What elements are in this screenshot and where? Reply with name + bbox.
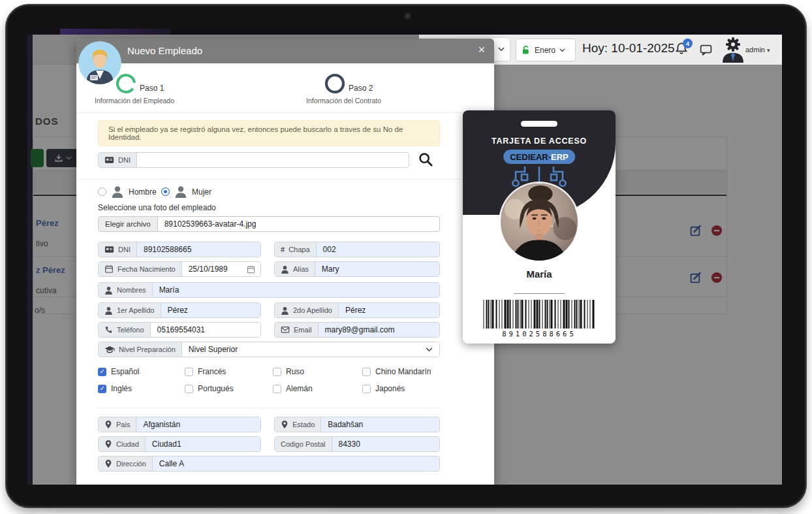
- brand-logo: CEDIEAR-ERP: [503, 150, 575, 164]
- dni-search-group: DNI: [98, 152, 409, 168]
- ciudad-input[interactable]: Ciudad1: [146, 437, 260, 451]
- graduation-cap-icon: [104, 345, 115, 353]
- step-2-circle: [324, 73, 345, 94]
- card-separator: [514, 293, 565, 294]
- month-filter-group: Enero: [516, 39, 576, 61]
- pais-input[interactable]: Afganistán: [136, 417, 260, 432]
- divider: [98, 408, 440, 408]
- file-input[interactable]: Elegir archivo 89102539663-avatar-4.jpg: [98, 216, 440, 232]
- step-1-caption: Información del Empleado: [95, 97, 174, 104]
- nombres-input[interactable]: María: [153, 283, 439, 297]
- phone-icon: [104, 326, 113, 334]
- field-direccion: Dirección Calle A: [98, 456, 440, 472]
- access-card: TARJETA DE ACCESO CEDIEAR-ERP: [463, 110, 616, 344]
- lang-aleman[interactable]: Alemán: [273, 384, 313, 393]
- field-telefono: Teléfono 05169554031: [98, 322, 261, 338]
- lang-japones[interactable]: Japonés: [362, 384, 405, 393]
- chevron-down-icon: [426, 347, 433, 352]
- male-person-icon: [111, 185, 124, 198]
- field-fecha-nacimiento: Fecha Nacimiento 25/10/1989: [98, 261, 261, 277]
- field-dni: DNI 89102588665: [98, 242, 261, 257]
- mail-icon: [281, 325, 290, 334]
- radio-female[interactable]: [161, 187, 170, 196]
- id-card-icon: [104, 155, 114, 165]
- step-2[interactable]: Paso 2: [324, 73, 373, 94]
- tablet-frame: DOS Pérez tivo z Pére: [5, 4, 807, 508]
- field-nivel-preparacion: Nivel Preparación Nivel Superior: [98, 342, 440, 357]
- step-1[interactable]: Paso 1: [116, 73, 164, 94]
- search-button[interactable]: [418, 152, 434, 168]
- access-card-title: TARJETA DE ACCESO: [463, 137, 616, 146]
- alias-input[interactable]: Mary: [315, 262, 439, 276]
- search-icon: [418, 152, 433, 167]
- notifications-button[interactable]: 4: [675, 42, 691, 57]
- close-icon[interactable]: ×: [478, 43, 485, 57]
- calendar-picker-icon[interactable]: [247, 265, 255, 274]
- codigo-postal-input[interactable]: 84330: [332, 437, 440, 451]
- field-chapa: #Chapa 002: [274, 242, 440, 257]
- person-icon: [104, 286, 113, 295]
- person-icon: [104, 306, 113, 315]
- field-email: Email mary89@gmail.com: [274, 322, 440, 338]
- employee-name: María: [463, 268, 616, 280]
- chapa-input[interactable]: 002: [317, 242, 439, 257]
- map-pin-icon: [104, 440, 112, 449]
- radio-male[interactable]: [98, 187, 106, 196]
- apellido1-input[interactable]: Pérez: [161, 303, 261, 317]
- dni-input[interactable]: 89102588665: [137, 242, 260, 257]
- lang-espanol[interactable]: Español: [98, 367, 139, 376]
- id-card-icon: [104, 245, 114, 255]
- chevron-down-icon: [498, 47, 505, 52]
- telefono-input[interactable]: 05169554031: [151, 323, 260, 337]
- direccion-input[interactable]: Calle A: [153, 457, 439, 471]
- new-employee-modal: Nuevo Empleado × Paso 1 Información del …: [76, 39, 494, 485]
- notifications-badge: 4: [683, 39, 693, 48]
- step-1-circle: [116, 73, 136, 94]
- divider: [76, 112, 494, 113]
- hash-icon: #: [281, 246, 285, 253]
- employee-photo: [501, 184, 578, 261]
- barcode-number: 89102588665: [463, 330, 616, 338]
- fecha-input[interactable]: 25/10/1989: [182, 262, 260, 276]
- modal-title: Nuevo Empleado: [127, 45, 202, 56]
- admin-avatar[interactable]: [721, 37, 745, 65]
- estado-input[interactable]: Badahšan: [321, 417, 439, 432]
- admin-menu[interactable]: admin ▾: [745, 46, 770, 54]
- app-screen: DOS Pérez tivo z Pére: [27, 29, 782, 485]
- nivel-select[interactable]: Nivel Superior: [182, 342, 439, 357]
- unlock-icon[interactable]: [521, 45, 531, 55]
- map-pin-icon: [104, 459, 112, 468]
- gender-option-male[interactable]: Hombre: [98, 185, 157, 198]
- map-pin-icon: [281, 420, 289, 429]
- field-ciudad: Ciudad Ciudad1: [98, 436, 261, 452]
- file-name: 89102539663-avatar-4.jpg: [158, 217, 263, 231]
- choose-file-button[interactable]: Elegir archivo: [99, 217, 158, 231]
- today-date-label: Hoy: 10-01-2025: [582, 41, 675, 56]
- gender-option-female[interactable]: Mujer: [161, 185, 211, 198]
- divider: [76, 179, 494, 180]
- apellido2-input[interactable]: Pérez: [339, 303, 439, 317]
- messages-button[interactable]: [700, 44, 712, 56]
- field-alias: Alias Mary: [274, 261, 440, 277]
- lang-frances[interactable]: Francés: [185, 367, 226, 376]
- email-input[interactable]: mary89@gmail.com: [319, 323, 439, 337]
- field-estado: Estado Badahšan: [274, 417, 440, 432]
- step-2-caption: Información del Contrato: [306, 97, 381, 104]
- lang-ingles[interactable]: Inglés: [98, 384, 132, 393]
- field-apellido1: 1er Apellido Pérez: [98, 302, 261, 318]
- lang-ruso[interactable]: Ruso: [273, 367, 304, 376]
- person-icon: [281, 265, 289, 274]
- info-alert: Si el empleado ya se registró alguna vez…: [98, 120, 440, 146]
- photo-label: Seleccione una foto del empleado: [98, 203, 216, 212]
- lang-portugues[interactable]: Portugués: [185, 384, 234, 393]
- lang-chino[interactable]: Chino Mandarín: [362, 367, 431, 376]
- month-select[interactable]: Enero: [535, 46, 555, 55]
- female-person-icon: [174, 185, 187, 198]
- field-codigo-postal: Codigo Postal 84330: [274, 436, 440, 452]
- screenshot-root: DOS Pérez tivo z Pére: [0, 0, 812, 514]
- gear-person-icon: [721, 37, 745, 63]
- barcode: [484, 300, 595, 329]
- map-pin-icon: [104, 420, 112, 429]
- chat-icon: [700, 44, 712, 56]
- dni-search-input[interactable]: [137, 153, 409, 167]
